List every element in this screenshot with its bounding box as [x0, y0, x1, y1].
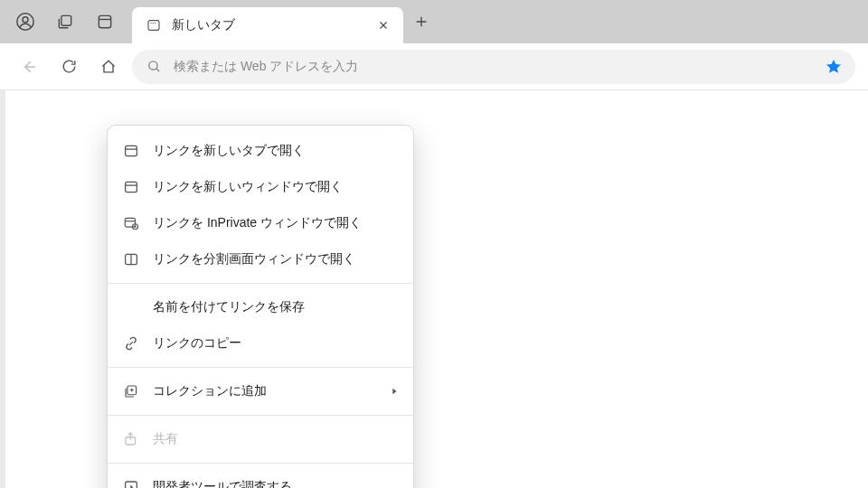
svg-point-8: [148, 61, 156, 70]
menu-open-new-window[interactable]: リンクを新しいウィンドウで開く: [108, 169, 413, 205]
reload-button[interactable]: [52, 51, 85, 83]
tab-title: 新しいタブ: [172, 17, 363, 33]
search-icon: [145, 58, 163, 76]
svg-point-5: [150, 23, 151, 23]
svg-point-1: [23, 17, 28, 23]
svg-rect-3: [99, 15, 110, 27]
new-tab-button[interactable]: [403, 4, 439, 40]
inprivate-icon: [122, 214, 140, 232]
favorite-star-icon[interactable]: [825, 58, 843, 76]
address-placeholder: 検索または Web アドレスを入力: [174, 59, 814, 75]
menu-label: 共有: [153, 431, 399, 447]
menu-open-split[interactable]: リンクを分割画面ウィンドウで開く: [108, 241, 413, 277]
menu-label: 開発者ツールで調査する: [153, 479, 399, 488]
titlebar: 新しいタブ: [0, 0, 868, 43]
menu-share: 共有: [108, 421, 413, 457]
svg-point-6: [153, 23, 154, 23]
tab-actions-button[interactable]: [87, 4, 123, 40]
svg-rect-9: [126, 145, 137, 155]
home-button[interactable]: [92, 51, 125, 83]
devtools-icon: [122, 478, 140, 488]
menu-label: リンクを新しいウィンドウで開く: [153, 179, 399, 195]
svg-rect-10: [126, 182, 137, 192]
menu-inspect[interactable]: 開発者ツールで調査する: [108, 469, 413, 488]
svg-point-7: [155, 23, 156, 23]
tab-icon: [122, 142, 140, 160]
address-bar[interactable]: 検索または Web アドレスを入力: [132, 50, 855, 84]
share-icon: [122, 430, 140, 448]
menu-separator: [108, 367, 413, 368]
profile-button[interactable]: [7, 4, 43, 40]
menu-label: リンクのコピー: [153, 335, 399, 352]
submenu-arrow-icon: [390, 387, 399, 396]
svg-rect-2: [61, 15, 71, 25]
svg-rect-4: [148, 21, 159, 31]
collections-icon: [122, 382, 140, 400]
tab-close-button[interactable]: [373, 14, 394, 36]
menu-label: リンクを新しいタブで開く: [153, 143, 399, 159]
link-context-menu: リンクを新しいタブで開く リンクを新しいウィンドウで開く リンクを InPriv…: [107, 125, 414, 488]
menu-separator: [108, 415, 413, 416]
back-button[interactable]: [13, 51, 45, 83]
menu-label: リンクを InPrivate ウィンドウで開く: [153, 215, 399, 231]
svg-rect-11: [125, 218, 135, 227]
menu-separator: [108, 463, 413, 464]
split-screen-icon: [122, 250, 140, 268]
menu-add-to-collections[interactable]: コレクションに追加: [108, 373, 413, 409]
menu-open-inprivate[interactable]: リンクを InPrivate ウィンドウで開く: [108, 205, 413, 241]
menu-copy-link[interactable]: リンクのコピー: [108, 325, 413, 361]
new-tab-page-icon: [145, 16, 163, 34]
link-icon: [122, 334, 140, 352]
menu-label: コレクションに追加: [153, 383, 377, 399]
menu-open-new-tab[interactable]: リンクを新しいタブで開く: [108, 133, 413, 169]
menu-label: リンクを分割画面ウィンドウで開く: [153, 251, 399, 267]
window-icon: [122, 178, 140, 196]
menu-separator: [108, 283, 413, 284]
menu-label: 名前を付けてリンクを保存: [153, 299, 399, 315]
workspaces-button[interactable]: [47, 4, 83, 40]
browser-tab[interactable]: 新しいタブ: [132, 7, 403, 43]
menu-save-link-as[interactable]: 名前を付けてリンクを保存: [108, 289, 413, 325]
toolbar: 検索または Web アドレスを入力: [0, 43, 868, 90]
